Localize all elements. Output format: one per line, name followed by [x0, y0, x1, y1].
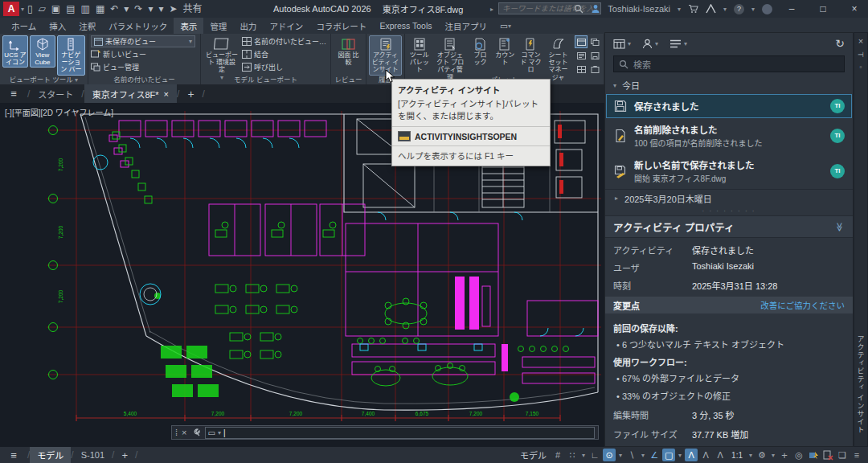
tab-addins[interactable]: アドイン — [263, 18, 309, 34]
new-file-icon[interactable]: ▯ — [27, 4, 33, 14]
graphics-performance-icon[interactable] — [807, 449, 820, 461]
user-filter-button[interactable]: ▾ — [642, 39, 658, 49]
isolate-objects-icon[interactable]: ◎ — [792, 449, 805, 461]
command-input[interactable]: ▭ ▾ | — [205, 427, 596, 439]
palette-search[interactable]: 検索 — [613, 55, 845, 72]
annotation-scale-value[interactable]: 1:1 — [728, 451, 746, 460]
model-space-label[interactable]: モデル — [517, 449, 550, 461]
autodesk-logo-icon[interactable] — [706, 4, 716, 14]
undo-caret-icon[interactable]: ▾ — [124, 4, 129, 14]
undo-icon[interactable]: ↶ — [110, 4, 118, 14]
feedback-link[interactable]: 改善にご協力ください — [760, 299, 845, 311]
refresh-icon[interactable]: ↻ — [835, 37, 845, 50]
redo-icon[interactable]: ↷ — [134, 4, 142, 14]
view-list-dropdown[interactable]: 未保存のビュー ▾ — [91, 35, 195, 47]
join-viewports-button[interactable]: 結合 — [242, 48, 328, 60]
app-logo-icon[interactable]: A — [3, 2, 19, 16]
share-icon[interactable]: ➤ — [169, 4, 177, 14]
clean-screen-icon[interactable]: ❏ — [836, 449, 849, 461]
collapse-chevron-icon[interactable]: ≫ — [835, 222, 845, 232]
restore-viewport-button[interactable]: 呼び出し — [242, 61, 328, 73]
osnap-tracking-icon[interactable]: ∠ — [648, 449, 661, 461]
ribbon-display-toggle[interactable]: ▭ ▾ — [493, 18, 518, 34]
share-label[interactable]: 共有 — [183, 4, 203, 14]
tab-home[interactable]: ホーム — [5, 18, 43, 34]
search-icon[interactable] — [574, 4, 583, 14]
osnap-caret-icon[interactable]: ▾ — [677, 449, 683, 461]
tab-express-tools[interactable]: Express Tools — [373, 18, 438, 34]
tool-palettes-button[interactable]: ツール パレット — [407, 35, 432, 76]
tab-manage[interactable]: 管理 — [203, 18, 233, 34]
event-filter-button[interactable]: ▾ — [669, 39, 687, 48]
qat-customize-caret-icon[interactable]: ▾ — [158, 4, 163, 14]
print-icon[interactable]: ▦ — [96, 4, 104, 14]
mini-palette-button-4[interactable] — [588, 49, 601, 62]
section-today[interactable]: ▾ 今日 — [605, 77, 853, 94]
user-caret-icon[interactable]: ▾ — [678, 6, 681, 13]
layout-tab-model[interactable]: モデル — [30, 447, 71, 463]
annotation-visibility-icon[interactable]: Λ — [685, 449, 698, 461]
search-expand-caret-icon[interactable]: ▸ — [490, 6, 493, 13]
cart-icon[interactable] — [688, 4, 698, 14]
count-palette-button[interactable]: カウント — [493, 35, 517, 68]
activity-item-purged[interactable]: 名前削除されました 100 個の項目が名前削除されました TI — [606, 118, 852, 154]
customization-menu-icon[interactable]: ≡ — [850, 449, 863, 461]
ucs-icon-button[interactable]: UCS アイコン — [2, 35, 28, 68]
viewcube-button[interactable]: View Cube — [30, 35, 55, 68]
workspace-switching-icon[interactable]: ⚙ — [755, 449, 768, 461]
polar-caret-icon[interactable]: ▾ — [617, 449, 624, 461]
annotation-monitor-icon[interactable] — [821, 449, 834, 461]
mini-palette-button-1[interactable] — [575, 35, 588, 48]
help-caret-icon[interactable]: ▾ — [751, 6, 755, 13]
view-manager-button[interactable]: ビュー管理 — [91, 61, 197, 73]
snap-caret-icon[interactable]: ▾ — [580, 449, 587, 461]
redo-caret-icon[interactable]: ▾ — [148, 4, 153, 14]
command-line-close-icon[interactable]: × — [182, 428, 186, 437]
command-line-grip[interactable]: ⁞ — [175, 428, 178, 437]
open-file-icon[interactable]: ▱ — [39, 4, 46, 14]
polar-tracking-icon[interactable]: ⊙ — [603, 449, 616, 461]
tab-view[interactable]: 表示 — [174, 18, 203, 34]
named-viewports-button[interactable]: 名前の付いたビューポート — [242, 35, 328, 47]
activity-item-saved[interactable]: 保存されました TI — [606, 94, 852, 118]
layout-menu-icon[interactable]: ≡ — [0, 449, 27, 461]
object-snap-icon[interactable]: ▢ — [662, 449, 675, 461]
save-icon[interactable]: ▣ — [51, 4, 60, 14]
navigation-bar-button[interactable]: ナビゲーション バー — [57, 35, 85, 76]
mini-palette-button-6[interactable] — [588, 63, 601, 76]
layout-tab-s101[interactable]: S-101 — [74, 447, 112, 463]
autodesk-caret-icon[interactable]: ▾ — [723, 6, 727, 13]
help-icon[interactable]: ? — [734, 4, 744, 14]
command-line[interactable]: ⁞ × ▭ ▾ | — [171, 425, 599, 440]
grid-display-icon[interactable]: # — [551, 449, 564, 461]
splitter-handle[interactable]: · · · · · · · · — [605, 207, 853, 215]
annotation-scale-icon[interactable]: Λ — [714, 449, 727, 461]
restore-button[interactable]: □ — [811, 3, 835, 14]
mini-palette-button-2[interactable] — [588, 35, 601, 48]
close-button[interactable]: × — [842, 3, 866, 14]
tab-collaborate[interactable]: コラボレート — [309, 18, 373, 34]
plot-icon[interactable]: ▥ — [81, 4, 90, 14]
isodraft-caret-icon[interactable]: ▾ — [640, 449, 646, 461]
customize-plus-icon[interactable]: + — [778, 449, 791, 461]
palette-autohide-icon[interactable]: ⊣ — [858, 51, 864, 59]
scale-caret-icon[interactable]: ▾ — [747, 449, 754, 461]
tab-featured-apps[interactable]: 注目アプリ — [439, 18, 494, 34]
annotation-autoscale-icon[interactable]: Λ — [699, 449, 712, 461]
ortho-mode-icon[interactable]: ∟ — [588, 449, 601, 461]
tab-document[interactable]: 東京オフィス8F* × — [84, 84, 177, 103]
workspace-caret-icon[interactable]: ▾ — [770, 449, 776, 461]
activity-properties-header[interactable]: アクティビティ プロパティ ≫ — [605, 215, 853, 238]
activity-item-saved-as[interactable]: 新しい名前で保存されました 開始 東京オフィス8F.dwg TI — [606, 154, 852, 189]
signed-in-user[interactable]: Toshiaki-Isezaki — [608, 4, 670, 14]
tab-start[interactable]: スタート — [30, 84, 81, 103]
isodraft-icon[interactable]: ∖ — [625, 449, 638, 461]
user-icon[interactable] — [591, 4, 600, 14]
tab-parametric[interactable]: パラメトリック — [102, 18, 174, 34]
viewport-controls[interactable]: [-][平面図][2D ワイヤフレーム] — [5, 106, 113, 118]
tab-insert[interactable]: 挿入 — [43, 18, 72, 34]
panel-label-viewport-tools[interactable]: ビューポート ツール — [10, 76, 73, 84]
snap-mode-icon[interactable]: ∷ — [566, 449, 579, 461]
account-avatar-icon[interactable] — [762, 4, 772, 14]
drawing-compare-button[interactable]: 図面 比較 — [334, 35, 363, 68]
